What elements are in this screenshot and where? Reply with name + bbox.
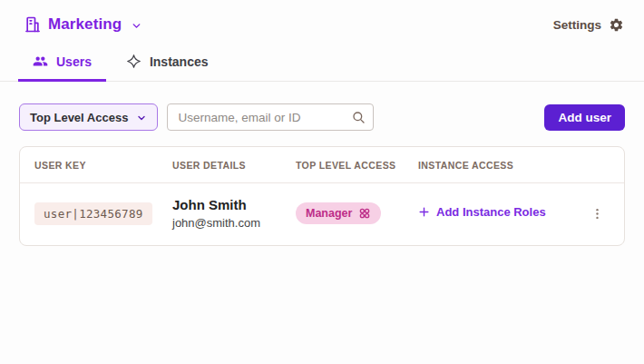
top-header: Marketing Settings xyxy=(0,0,644,44)
column-user-details: USER DETAILS xyxy=(172,147,296,182)
kebab-menu-icon xyxy=(590,207,604,221)
tab-users[interactable]: Users xyxy=(18,44,106,82)
tab-instances[interactable]: Instances xyxy=(112,44,223,82)
tab-bar: Users Instances xyxy=(0,44,644,82)
tab-users-label: Users xyxy=(56,54,92,69)
tab-instances-label: Instances xyxy=(150,54,209,69)
search-input[interactable] xyxy=(167,103,374,131)
role-badge[interactable]: Manager xyxy=(296,202,381,224)
column-user-key: USER KEY xyxy=(34,147,172,182)
toolbar: Top Level Access Add user xyxy=(19,103,625,131)
user-details-cell: John Smith john@smith.com xyxy=(172,197,296,230)
search-icon[interactable] xyxy=(351,110,366,124)
sparkle-icon xyxy=(126,54,141,69)
column-actions xyxy=(577,152,610,177)
settings-label: Settings xyxy=(553,18,601,32)
plus-icon xyxy=(418,206,430,218)
settings-button[interactable]: Settings xyxy=(553,17,624,33)
user-key-cell: user|123456789 xyxy=(34,202,172,225)
chevron-down-icon xyxy=(131,20,142,32)
gear-icon xyxy=(609,17,624,33)
table-header-row: USER KEY USER DETAILS TOP LEVEL ACCESS I… xyxy=(20,147,624,182)
user-key-badge: user|123456789 xyxy=(34,202,152,225)
search-field xyxy=(167,103,374,131)
users-group-icon xyxy=(33,54,48,69)
add-instance-roles-label: Add Instance Roles xyxy=(436,205,546,219)
roles-grid-icon xyxy=(358,207,371,220)
org-switcher[interactable]: Marketing xyxy=(24,15,142,34)
column-instance-access: INSTANCE ACCESS xyxy=(418,147,577,182)
top-level-access-cell: Manager xyxy=(296,202,418,224)
row-menu-button[interactable] xyxy=(584,201,610,226)
add-instance-roles-link[interactable]: Add Instance Roles xyxy=(418,205,546,219)
org-name: Marketing xyxy=(48,15,122,34)
column-top-level-access: TOP LEVEL ACCESS xyxy=(296,147,418,182)
users-table: USER KEY USER DETAILS TOP LEVEL ACCESS I… xyxy=(19,146,625,246)
filter-label: Top Level Access xyxy=(30,111,128,124)
user-email: john@smith.com xyxy=(172,216,296,230)
instance-access-cell: Add Instance Roles xyxy=(418,205,577,221)
chevron-down-icon xyxy=(136,113,147,123)
top-level-access-filter[interactable]: Top Level Access xyxy=(19,103,158,131)
add-user-button[interactable]: Add user xyxy=(544,104,625,131)
user-management-page: Marketing Settings Users Instances xyxy=(0,0,644,364)
role-badge-label: Manager xyxy=(306,207,352,220)
table-row: user|123456789 John Smith john@smith.com… xyxy=(20,182,624,245)
user-name: John Smith xyxy=(172,197,296,212)
building-icon xyxy=(24,15,42,34)
